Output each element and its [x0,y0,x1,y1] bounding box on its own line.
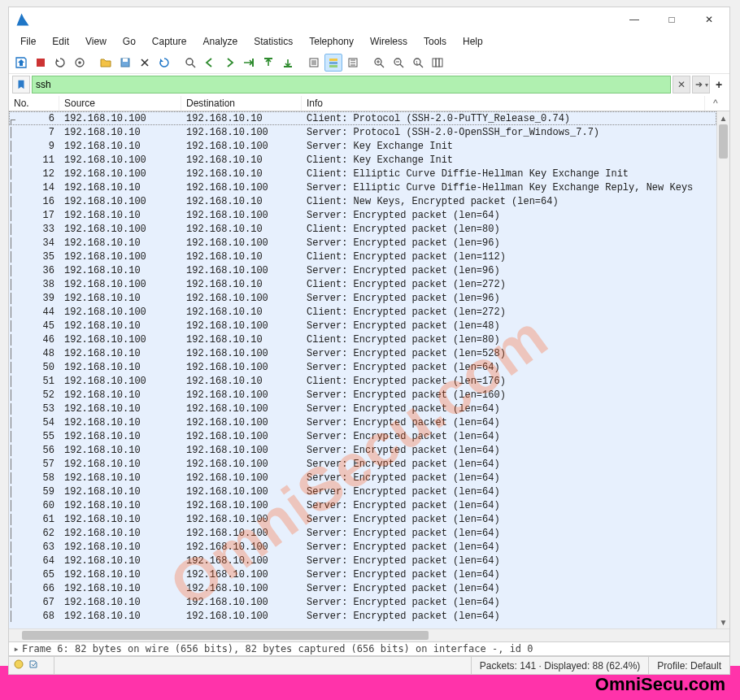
zoom-in-button[interactable] [370,54,388,72]
packet-row[interactable]: 36192.168.10.10192.168.10.100Server: Enc… [9,263,716,277]
col-header-source[interactable]: Source [59,96,181,111]
status-packets: Packets: 141 · Displayed: 88 (62.4%) [471,657,648,674]
packet-row[interactable]: 6192.168.10.100192.168.10.10Client: Prot… [9,111,716,125]
packet-row[interactable]: 53192.168.10.10192.168.10.100Server: Enc… [9,402,716,415]
go-first-button[interactable] [259,54,277,72]
packet-row[interactable]: 17192.168.10.10192.168.10.100Server: Enc… [9,208,716,222]
scroll-up-arrow[interactable]: ▲ [717,111,729,124]
packet-row[interactable]: 59192.168.10.10192.168.10.100Server: Enc… [9,485,716,498]
packet-row[interactable]: 7192.168.10.10192.168.10.100Server: Prot… [9,125,716,139]
open-file-button[interactable] [97,54,115,72]
packet-row[interactable]: 54192.168.10.10192.168.10.100Server: Enc… [9,415,716,429]
packet-list[interactable]: 6192.168.10.100192.168.10.10Client: Prot… [9,111,716,628]
col-header-destination[interactable]: Destination [181,96,302,111]
packet-row[interactable]: 62192.168.10.10192.168.10.100Server: Enc… [9,526,716,540]
restart-capture-button[interactable] [51,54,69,72]
expand-icon[interactable]: ▸ [12,643,20,654]
filter-bookmark-button[interactable] [12,76,30,93]
packet-row[interactable]: 64192.168.10.10192.168.10.100Server: Enc… [9,554,716,567]
packet-row[interactable]: 56192.168.10.10192.168.10.100Server: Enc… [9,443,716,457]
menu-capture[interactable]: Capture [144,34,195,49]
menu-wireless[interactable]: Wireless [362,34,416,49]
packet-row[interactable]: 46192.168.10.100192.168.10.10Client: Enc… [9,333,716,346]
packet-row[interactable]: 33192.168.10.100192.168.10.10Client: Enc… [9,222,716,236]
packet-row[interactable]: 34192.168.10.10192.168.10.100Server: Enc… [9,236,716,250]
capture-file-props-icon[interactable] [28,659,38,672]
packet-row[interactable]: 67192.168.10.10192.168.10.100Server: Enc… [9,595,716,609]
packet-row[interactable]: 57192.168.10.10192.168.10.100Server: Enc… [9,457,716,471]
filter-add-button[interactable]: + [712,76,726,93]
resize-all-columns-button[interactable] [429,54,446,72]
find-packet-button[interactable] [181,54,199,72]
col-header-info[interactable]: Info [302,96,705,111]
packet-row[interactable]: 12192.168.10.100192.168.10.10Client: Ell… [9,167,716,180]
horizontal-scrollbar[interactable] [9,628,729,641]
go-to-packet-button[interactable] [240,54,258,72]
menu-statistics[interactable]: Statistics [246,34,301,49]
menu-analyze[interactable]: Analyze [195,34,246,49]
go-last-button[interactable] [279,54,297,72]
go-back-button[interactable] [201,54,219,72]
packet-row[interactable]: 11192.168.10.100192.168.10.10Client: Key… [9,153,716,167]
scroll-thumb[interactable] [719,124,728,159]
menu-tools[interactable]: Tools [416,34,455,49]
hscroll-thumb[interactable] [22,631,429,640]
expert-info-icon[interactable] [14,659,24,672]
packet-row[interactable]: 63192.168.10.10192.168.10.100Server: Enc… [9,540,716,554]
packet-row[interactable]: 55192.168.10.10192.168.10.100Server: Enc… [9,429,716,443]
col-header-no[interactable]: No. [9,96,59,111]
menu-view[interactable]: View [77,34,115,49]
zoom-reset-button[interactable]: 1 [409,54,427,72]
packet-row[interactable]: 38192.168.10.100192.168.10.10Client: Enc… [9,277,716,291]
display-filter-input-wrapper[interactable] [32,76,671,93]
zoom-out-button[interactable] [390,54,407,72]
packet-row[interactable]: 51192.168.10.100192.168.10.10Client: Enc… [9,374,716,388]
packet-row[interactable]: 16192.168.10.100192.168.10.10Client: New… [9,194,716,208]
status-profile[interactable]: Profile: Default [648,657,729,674]
display-filter-input[interactable] [36,79,667,90]
save-file-button[interactable] [116,54,134,72]
packet-list-header: No. Source Destination Info ^ [9,95,729,111]
menu-edit[interactable]: Edit [44,34,77,49]
menu-telephony[interactable]: Telephony [301,34,362,49]
resize-columns-button[interactable] [344,54,362,72]
menu-go[interactable]: Go [115,34,144,49]
maximize-button[interactable]: □ [653,7,690,32]
start-capture-button[interactable] [12,54,30,72]
packet-row[interactable]: 39192.168.10.10192.168.10.100Server: Enc… [9,291,716,305]
packet-row[interactable]: 58192.168.10.10192.168.10.100Server: Enc… [9,471,716,485]
capture-options-button[interactable] [71,54,89,72]
menu-help[interactable]: Help [455,34,491,49]
go-forward-button[interactable] [220,54,238,72]
packet-row[interactable]: 35192.168.10.100192.168.10.10Client: Enc… [9,250,716,263]
colorize-button[interactable] [324,54,342,72]
close-file-button[interactable] [136,54,154,72]
menu-file[interactable]: File [12,34,44,49]
filter-clear-button[interactable]: ✕ [673,76,690,93]
auto-scroll-button[interactable] [305,54,323,72]
reload-button[interactable] [155,54,173,72]
filter-apply-button[interactable]: ▾ [692,76,710,93]
packet-row[interactable]: 9192.168.10.10192.168.10.100Server: Key … [9,139,716,153]
packet-row[interactable]: 65192.168.10.10192.168.10.100Server: Enc… [9,567,716,581]
packet-row[interactable]: 45192.168.10.10192.168.10.100Server: Enc… [9,319,716,333]
packet-row[interactable]: 50192.168.10.10192.168.10.100Server: Enc… [9,360,716,374]
packet-row[interactable]: 48192.168.10.10192.168.10.100Server: Enc… [9,346,716,360]
packet-row[interactable]: 14192.168.10.10192.168.10.100Server: Ell… [9,180,716,194]
packet-row[interactable]: 60192.168.10.10192.168.10.100Server: Enc… [9,498,716,512]
packet-row[interactable]: 66192.168.10.10192.168.10.100Server: Enc… [9,581,716,595]
packet-list-area: 6192.168.10.100192.168.10.10Client: Prot… [9,111,729,628]
close-button[interactable]: ✕ [690,7,728,32]
minimize-button[interactable]: — [616,7,653,32]
packet-row[interactable]: 68192.168.10.10192.168.10.100Server: Enc… [9,609,716,623]
col-scroll-spacer: ^ [705,98,729,109]
stop-capture-button[interactable] [32,54,50,72]
packet-row[interactable]: 52192.168.10.10192.168.10.100Server: Enc… [9,388,716,402]
wireshark-window: — □ ✕ File Edit View Go Capture Analyze … [8,7,730,675]
vertical-scrollbar[interactable]: ▲ ▼ [716,111,729,628]
packet-details-pane[interactable]: ▸ Frame 6: 82 bytes on wire (656 bits), … [9,641,729,656]
packet-row[interactable]: 61192.168.10.10192.168.10.100Server: Enc… [9,512,716,526]
scroll-down-arrow[interactable]: ▼ [717,615,729,628]
packet-row[interactable]: 44192.168.10.100192.168.10.10Client: Enc… [9,305,716,319]
titlebar: — □ ✕ [9,7,729,32]
